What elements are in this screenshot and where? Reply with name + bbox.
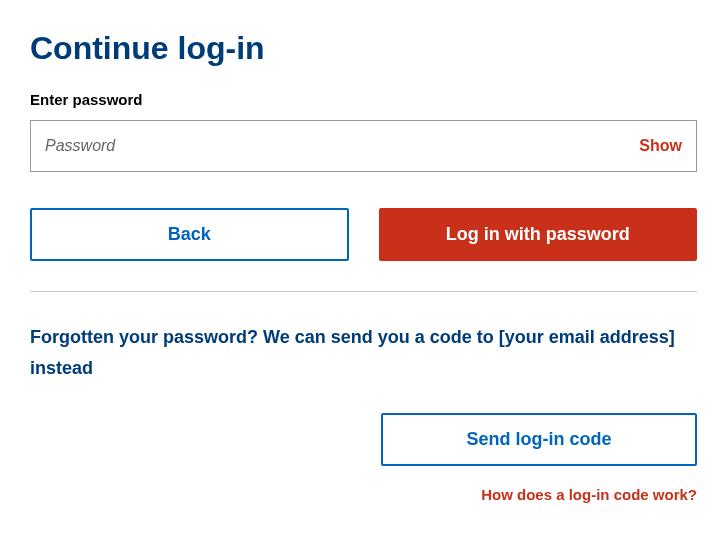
password-input[interactable]	[31, 121, 625, 171]
send-code-button[interactable]: Send log-in code	[381, 413, 697, 466]
help-row: How does a log-in code work?	[30, 486, 697, 503]
help-link[interactable]: How does a log-in code work?	[481, 486, 697, 503]
login-password-button[interactable]: Log in with password	[379, 208, 698, 261]
page-title: Continue log-in	[30, 30, 697, 67]
show-password-toggle[interactable]: Show	[625, 137, 696, 155]
divider	[30, 291, 697, 292]
password-input-wrapper: Show	[30, 120, 697, 172]
send-code-row: Send log-in code	[30, 413, 697, 466]
back-button[interactable]: Back	[30, 208, 349, 261]
password-label: Enter password	[30, 91, 697, 108]
button-row: Back Log in with password	[30, 208, 697, 261]
forgot-password-text: Forgotten your password? We can send you…	[30, 322, 697, 383]
